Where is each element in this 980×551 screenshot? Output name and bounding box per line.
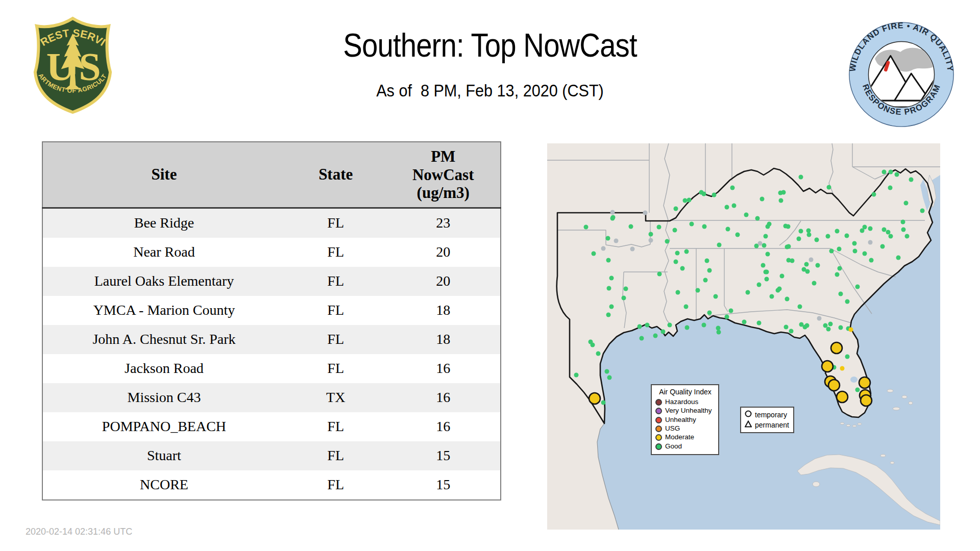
monitor-dot-good bbox=[852, 241, 857, 246]
aqi-legend-item: Hazardous bbox=[655, 398, 715, 406]
monitor-dot-good bbox=[645, 323, 650, 328]
state-cell: FL bbox=[285, 354, 386, 383]
pm-nowcast-cell: 18 bbox=[386, 325, 501, 354]
monitor-dot-good bbox=[707, 311, 712, 315]
pm-nowcast-cell: 18 bbox=[386, 296, 501, 325]
monitor-dot-good bbox=[661, 330, 666, 334]
monitor-dot-good bbox=[675, 251, 680, 256]
pm-nowcast-cell: 20 bbox=[386, 238, 501, 267]
monitor-dot-good bbox=[589, 340, 593, 344]
monitor-dot-nodata bbox=[610, 210, 615, 215]
aqi-legend-item: Moderate bbox=[655, 434, 715, 441]
monitor-dot-moderate bbox=[840, 366, 845, 371]
monitor-dot-good bbox=[638, 324, 642, 329]
table-row: John A. Chesnut Sr. ParkFL18 bbox=[42, 325, 501, 354]
monitor-dot-good bbox=[606, 236, 610, 241]
monitor-dot-good bbox=[673, 228, 677, 233]
monitor-dot-good bbox=[920, 209, 925, 213]
aqi-color-swatch bbox=[655, 434, 662, 441]
monitor-dot-good bbox=[716, 326, 721, 331]
monitor-dot-good bbox=[837, 247, 842, 252]
monitor-dot-good bbox=[882, 170, 887, 174]
state-cell: FL bbox=[285, 441, 386, 470]
monitor-dot-good bbox=[703, 278, 708, 283]
table-row: Near RoadFL20 bbox=[42, 238, 501, 267]
monitor-dot-good bbox=[668, 323, 672, 328]
monitor-dot-good bbox=[839, 292, 843, 296]
monitor-dot-good bbox=[777, 287, 782, 291]
table-row: YMCA - Marion CountyFL18 bbox=[42, 296, 501, 325]
monitor-dot-good bbox=[609, 276, 614, 281]
aqi-color-swatch bbox=[655, 408, 662, 414]
pm-nowcast-cell: 15 bbox=[386, 470, 501, 500]
monitor-dot-moderate-temporary bbox=[861, 395, 872, 406]
monitor-dot-good bbox=[574, 373, 579, 378]
monitor-dot-good bbox=[839, 325, 843, 330]
monitor-dot-good bbox=[868, 227, 873, 231]
monitor-dot-good bbox=[742, 320, 747, 324]
state-cell: FL bbox=[285, 267, 386, 296]
table-row: Bee RidgeFL23 bbox=[42, 208, 501, 238]
site-cell: Near Road bbox=[42, 238, 285, 267]
monitor-dot-good bbox=[725, 205, 729, 210]
monitor-dot-good bbox=[725, 315, 729, 319]
monitor-dot-nodata bbox=[649, 238, 653, 243]
monitor-dot-good bbox=[770, 294, 774, 299]
monitor-dot-good bbox=[696, 288, 700, 293]
monitor-dot-good bbox=[607, 375, 612, 380]
monitor-dot-good bbox=[889, 234, 893, 239]
monitor-dot-good bbox=[780, 274, 785, 279]
monitor-dot-nodata bbox=[630, 247, 635, 252]
aqi-item-label: Good bbox=[665, 443, 682, 450]
monitor-dot-good bbox=[812, 281, 817, 286]
monitor-dot-good bbox=[761, 263, 766, 268]
monitor-dot-nodata bbox=[758, 241, 763, 246]
isla-juventud bbox=[813, 482, 820, 487]
monitor-dot-good bbox=[592, 252, 596, 256]
monitor-dot-good bbox=[687, 198, 692, 203]
monitor-type-legend: temporary permanent bbox=[740, 407, 794, 433]
monitor-dot-good bbox=[746, 290, 750, 295]
monitor-dot-good bbox=[609, 305, 614, 309]
pm-nowcast-cell: 16 bbox=[386, 412, 501, 441]
monitor-dot-good bbox=[853, 249, 857, 254]
monitor-dot-good bbox=[799, 175, 803, 180]
monitor-dot-good bbox=[717, 243, 722, 247]
site-cell: YMCA - Marion County bbox=[42, 296, 285, 325]
site-cell: John A. Chesnut Sr. Park bbox=[42, 325, 285, 354]
monitor-dot-good bbox=[860, 229, 865, 233]
monitor-dot-good bbox=[838, 266, 842, 271]
pm-nowcast-cell: 20 bbox=[386, 267, 501, 296]
monitor-dot-good bbox=[766, 252, 770, 257]
monitor-dot-moderate-temporary bbox=[837, 391, 848, 403]
monitor-dot-good bbox=[744, 213, 749, 217]
monitor-dot-good bbox=[717, 330, 721, 335]
monitor-dot-good bbox=[685, 325, 690, 330]
site-cell: POMPANO_BEACH bbox=[42, 412, 285, 441]
monitor-dot-good bbox=[657, 225, 662, 230]
monitor-dot-good bbox=[765, 277, 769, 282]
state-cell: FL bbox=[285, 470, 386, 500]
monitor-dot-moderate-temporary bbox=[822, 361, 833, 372]
monitor-dot-good bbox=[896, 256, 901, 260]
site-cell: Laurel Oaks Elementary bbox=[42, 267, 285, 296]
pm-nowcast-cell: 16 bbox=[386, 383, 501, 412]
monitor-dot-good bbox=[869, 258, 874, 263]
table-row: Jackson RoadFL16 bbox=[42, 354, 501, 383]
monitor-dot-good bbox=[624, 287, 628, 291]
monitor-dot-good bbox=[657, 272, 662, 277]
monitor-dot-good bbox=[601, 400, 606, 405]
monitor-dot-good bbox=[882, 228, 887, 232]
monitor-dot-good bbox=[845, 355, 850, 359]
aqi-item-label: Moderate bbox=[665, 434, 694, 441]
monitor-dot-good bbox=[823, 323, 828, 328]
monitor-dot-good bbox=[787, 258, 791, 263]
monitor-dot-good bbox=[606, 313, 611, 317]
aqi-color-swatch bbox=[655, 443, 662, 450]
monitor-dot-good bbox=[909, 178, 914, 182]
monitor-dot-good bbox=[816, 263, 820, 268]
monitor-dot-good bbox=[807, 233, 812, 237]
aqi-legend-item: Good bbox=[655, 443, 715, 450]
map-svg bbox=[547, 143, 940, 530]
monitor-dot-good bbox=[610, 216, 615, 221]
